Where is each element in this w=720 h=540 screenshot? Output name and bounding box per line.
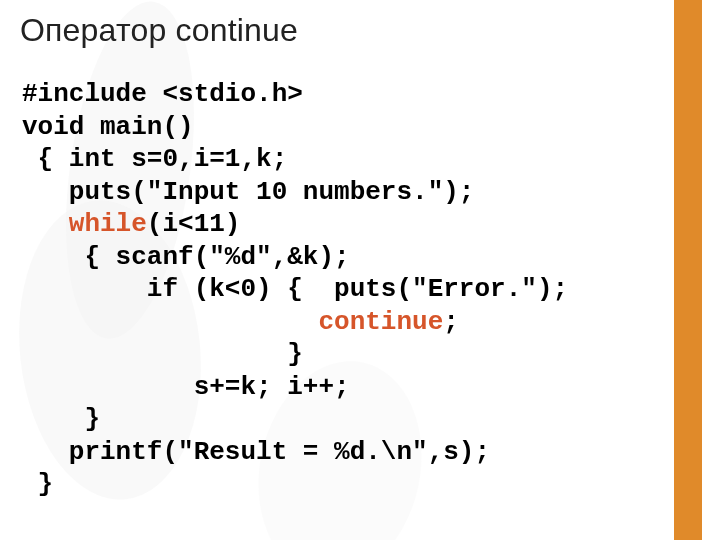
code-line: } xyxy=(22,404,100,434)
code-line: if (k<0) { puts("Error."); xyxy=(22,274,568,304)
code-line: #include <stdio.h> xyxy=(22,79,303,109)
slide: Оператор continue #include <stdio.h> voi… xyxy=(0,0,720,540)
code-line: printf("Result = %d.\n",s); xyxy=(22,437,490,467)
code-text: (i<11) xyxy=(147,209,241,239)
code-line: continue; xyxy=(22,307,459,337)
keyword-highlight: continue xyxy=(318,307,443,337)
code-line: } xyxy=(22,469,53,499)
slide-title: Оператор continue xyxy=(20,12,298,49)
code-line: puts("Input 10 numbers."); xyxy=(22,177,474,207)
code-block: #include <stdio.h> void main() { int s=0… xyxy=(22,78,660,501)
keyword-highlight: while xyxy=(69,209,147,239)
code-line: { scanf("%d",&k); xyxy=(22,242,350,272)
code-line: void main() xyxy=(22,112,194,142)
accent-bar xyxy=(674,0,702,540)
code-line: s+=k; i++; xyxy=(22,372,350,402)
code-line: { int s=0,i=1,k; xyxy=(22,144,287,174)
code-text: ; xyxy=(443,307,459,337)
code-line: while(i<11) xyxy=(22,209,240,239)
code-line: } xyxy=(22,339,303,369)
